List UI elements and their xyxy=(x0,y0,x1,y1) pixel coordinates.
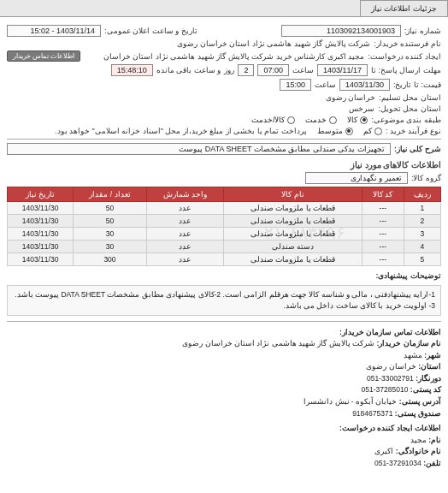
group-value: تعمیر و نگهداری xyxy=(305,172,408,184)
buyer-name: شرکت پالایش گاز شهید هاشمی نژاد استان خر… xyxy=(177,39,370,48)
table-cell: --- xyxy=(363,253,404,266)
goods-section-title: اطلاعات کالاهای مورد نیاز xyxy=(7,160,441,169)
req-no: 1103092134001903 xyxy=(281,25,401,37)
table-cell: --- xyxy=(363,241,404,253)
price-time: 15:00 xyxy=(280,79,311,91)
loc-need-label: استان محل تسلیم: xyxy=(379,93,441,102)
table-cell: قطعات یا ملزومات صندلی xyxy=(224,215,363,228)
deadline-send-label: مهلت ارسال پاسخ: تا xyxy=(371,66,441,74)
province-label: استان: xyxy=(418,362,441,371)
requester-label: ایجاد کننده درخواست: xyxy=(368,52,441,61)
announce-value: 1403/11/14 - 15:02 xyxy=(7,25,101,37)
loc-deliver: سرخس xyxy=(349,104,374,113)
contact-buyer-button[interactable]: اطلاعات تماس خریدار xyxy=(7,50,80,62)
table-row: 3---قطعات یا ملزومات صندلیعدد301403/11/3… xyxy=(8,228,441,241)
items-table: ردیف کد کالا نام کالا واحد شمارش تعداد /… xyxy=(7,187,441,266)
divider xyxy=(7,139,441,140)
desc-value: تجهیزات یدکی صندلی مطابق مشخصات DATA SHE… xyxy=(7,143,391,155)
name-label: نام: xyxy=(428,436,441,444)
table-row: 2---قطعات یا ملزومات صندلیعدد501403/11/3… xyxy=(8,215,441,228)
family-label: نام خانوادگی: xyxy=(396,447,441,455)
table-cell: 1403/11/30 xyxy=(8,202,74,215)
fax-label: دورنگار: xyxy=(416,374,441,383)
pay-mid-label: متوسط xyxy=(317,127,343,135)
post-value: 37285010-051 xyxy=(362,385,409,394)
table-cell: دسته صندلی xyxy=(224,241,363,253)
org-label: نام سازمان خریدار: xyxy=(376,339,441,347)
table-cell: 1 xyxy=(404,202,440,215)
table-row: 4---دسته صندلیعدد301403/11/30 xyxy=(8,241,441,253)
col-code: کد کالا xyxy=(363,187,404,202)
org-value: شرکت پالایش گاز شهید هاشمی نژاد استان خر… xyxy=(182,339,374,347)
buyer-name-label: نام فرستنده خریدار: xyxy=(374,39,441,48)
table-cell: 1403/11/30 xyxy=(8,253,74,266)
pkg-goods-label: کالا xyxy=(347,116,357,124)
city-value: مشهد xyxy=(404,351,422,359)
name-value: مجید xyxy=(410,436,427,444)
table-cell: 50 xyxy=(74,202,147,215)
days-label: روز xyxy=(224,66,234,74)
phone-label: تلفن: xyxy=(423,459,441,467)
deadline-date: 1403/11/17 xyxy=(317,64,368,76)
pkg-both-radio[interactable]: کالا/خدمت xyxy=(251,116,296,124)
table-cell: عدد xyxy=(146,228,223,241)
pay-low-radio[interactable]: کم xyxy=(363,127,382,135)
group-label: گروه کالا: xyxy=(411,174,441,182)
table-cell: قطعات یا ملزومات صندلی xyxy=(224,228,363,241)
pkg-both-label: کالا/خدمت xyxy=(251,116,286,124)
table-cell: 1403/11/30 xyxy=(8,241,74,253)
fax-value: 33002791-051 xyxy=(367,374,414,383)
phone-value: 37291034-051 xyxy=(374,459,421,467)
pkg-service-radio[interactable]: خدمت xyxy=(305,116,337,124)
table-cell: --- xyxy=(363,228,404,241)
deadline-time: 07:00 xyxy=(257,64,289,76)
table-cell: عدد xyxy=(146,241,223,253)
notes-text: 1-ارایه پیشنهادفنی ، مالی و شناسه کالا ج… xyxy=(7,285,441,316)
radio-off-icon xyxy=(287,116,295,124)
table-cell: قطعات یا ملزومات صندلی xyxy=(224,253,363,266)
buyer-org-title: اطلاعات تماس سازمان خریدار: xyxy=(7,327,441,339)
remain-time: 15:48:10 xyxy=(111,64,153,76)
col-row: ردیف xyxy=(404,187,440,202)
radio-on-icon xyxy=(360,116,368,124)
table-cell: عدد xyxy=(146,253,223,266)
pay-mid-radio[interactable]: متوسط xyxy=(317,127,353,135)
tab-details[interactable]: جزئیات اطلاعات نیاز xyxy=(360,0,448,16)
days-left: 2 xyxy=(238,64,254,76)
pay-low-label: کم xyxy=(363,127,372,135)
table-row: 5---قطعات یا ملزومات صندلیعدد3001403/11/… xyxy=(8,253,441,266)
table-cell: 2 xyxy=(404,215,440,228)
table-cell: --- xyxy=(363,215,404,228)
payment-note: پرداخت تمام یا بخشی از مبلغ خرید،از محل … xyxy=(55,127,307,135)
table-cell: 4 xyxy=(404,241,440,253)
table-cell: عدد xyxy=(146,215,223,228)
creator-title: اطلاعات ایجاد کننده درخواست: xyxy=(7,423,441,435)
payment-label: نوع فرآیند خرید : xyxy=(386,127,441,135)
radio-on-icon xyxy=(345,128,353,135)
radio-off-icon xyxy=(329,116,337,124)
family-value: اکبری xyxy=(374,447,393,455)
table-row: 1---قطعات یا ملزومات صندلیعدد501403/11/3… xyxy=(8,202,441,215)
col-name: نام کالا xyxy=(224,187,363,202)
addr-value: خیابان آبکوه - نبش دانشسرا xyxy=(304,397,397,406)
remain-label: و ساعت باقی مانده xyxy=(156,66,221,74)
table-cell: قطعات یا ملزومات صندلی xyxy=(224,202,363,215)
mailbox-label: صندوق پستی: xyxy=(395,409,441,418)
pkg-service-label: خدمت xyxy=(305,116,327,124)
radio-off-icon xyxy=(374,128,382,135)
table-cell: 1403/11/30 xyxy=(8,228,74,241)
req-no-label: شماره نیاز: xyxy=(404,27,441,35)
packaging-label: طبقه بندی موضوعی: xyxy=(371,116,441,124)
table-cell: 1403/11/30 xyxy=(8,215,74,228)
col-unit: واحد شمارش xyxy=(146,187,223,202)
table-cell: 3 xyxy=(404,228,440,241)
province-value: خراسان رضوی xyxy=(366,362,416,371)
table-cell: 5 xyxy=(404,253,440,266)
price-until-label: قیمت: تا تاریخ: xyxy=(393,80,441,89)
table-cell: 50 xyxy=(74,215,147,228)
price-date: 1403/11/30 xyxy=(339,79,390,91)
divider xyxy=(7,321,441,322)
table-cell: عدد xyxy=(146,202,223,215)
pkg-goods-radio[interactable]: کالا xyxy=(347,116,368,124)
table-cell: 300 xyxy=(74,253,147,266)
